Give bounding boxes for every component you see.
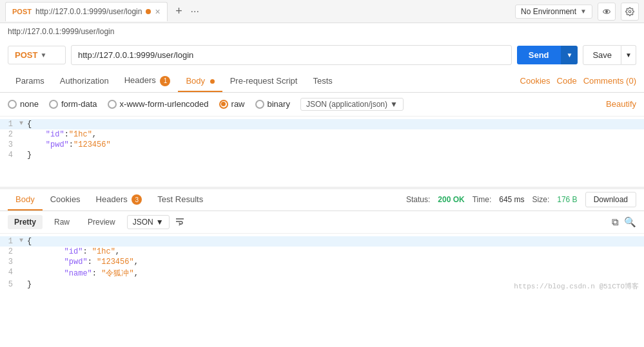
env-label: No Environment [521,7,576,16]
request-tabs: Params Authorization Headers 1 Body Pre-… [0,70,644,93]
tab-tests[interactable]: Tests [305,71,340,92]
response-line-2: 2 "id": "1hc", [0,247,644,257]
settings-button[interactable] [621,3,639,21]
active-tab[interactable]: POST http://127.0.0.1:9999/user/login × [5,2,168,21]
response-tab-headers[interactable]: Headers 3 [88,189,150,212]
tab-pre-request-script[interactable]: Pre-request Script [222,71,306,92]
response-size: 176 B [557,195,577,204]
format-type-select[interactable]: JSON ▼ [127,215,170,229]
tab-close-btn[interactable]: × [155,7,160,16]
option-form-data[interactable]: form-data [49,99,97,109]
radio-raw-fill [221,102,226,106]
format-pretty[interactable]: Pretty [8,215,43,229]
format-raw[interactable]: Raw [48,215,76,229]
more-tabs-button[interactable]: ··· [191,6,199,17]
json-type-arrow: ▼ [390,100,398,109]
radio-binary [255,100,264,109]
response-tabs: Body Cookies Headers 3 Test Results Stat… [0,189,644,212]
response-tab-test-results[interactable]: Test Results [150,189,211,211]
save-button[interactable]: Save [583,45,621,65]
tab-body[interactable]: Body [178,71,222,92]
response-line-3: 3 "pwd": "123456", [0,257,644,267]
radio-none [8,100,17,109]
url-input[interactable] [71,45,512,65]
response-line-4: 4 "name": "令狐冲", [0,267,644,279]
response-format-row: Pretty Raw Preview JSON ▼ ⧉ 🔍 [0,211,644,234]
format-arrow-icon: ▼ [156,218,164,227]
tab-method: POST [12,8,32,15]
response-area: Body Cookies Headers 3 Test Results Stat… [0,187,644,293]
response-time: 645 ms [499,195,524,204]
save-dropdown-button[interactable]: ▼ [621,45,636,65]
response-tab-body[interactable]: Body [8,189,43,211]
tab-modified-dot [146,9,151,14]
response-body: 1 ▼ { 2 "id": "1hc", 3 "pwd": "123456", … [0,234,644,292]
option-urlencoded[interactable]: x-www-form-urlencoded [108,99,209,109]
tab-bar: POST http://127.0.0.1:9999/user/login × … [0,0,644,23]
env-area: No Environment ▼ [515,3,639,21]
svg-point-2 [629,10,631,13]
response-status: 200 OK [438,195,464,204]
request-code-editor[interactable]: 1 ▼ { 2 "id":"1hc", 3 "pwd":"123456" 4 } [0,117,644,187]
option-binary[interactable]: binary [255,99,290,109]
comments-link[interactable]: Comments (0) [583,76,636,86]
response-status-area: Status: 200 OK Time: 645 ms Size: 176 B … [406,192,636,207]
response-headers-badge: 3 [132,194,142,205]
environment-select[interactable]: No Environment ▼ [515,5,592,19]
request-bar: POST ▼ Send ▼ Save ▼ [0,40,644,70]
format-type-label: JSON [133,218,153,227]
tab-params[interactable]: Params [8,71,52,92]
radio-form-data [49,100,58,109]
response-line-1: 1 ▼ { [0,236,644,247]
breadcrumb: http://127.0.0.1:9999/user/login [0,23,644,40]
option-raw[interactable]: raw [219,99,245,109]
response-icons: ⧉ 🔍 [612,216,636,228]
method-label: POST [15,50,37,60]
tab-url: http://127.0.0.1:9999/user/login [35,7,142,16]
env-arrow-icon: ▼ [580,8,587,15]
tab-headers[interactable]: Headers 1 [117,70,179,93]
response-tab-cookies[interactable]: Cookies [43,189,88,211]
download-button[interactable]: Download [585,192,636,207]
watermark: https://blog.csdn.n @51CTO博客 [514,281,639,291]
new-tab-button[interactable]: + [170,3,188,21]
cookies-link[interactable]: Cookies [520,76,551,86]
method-arrow-icon: ▼ [40,52,46,59]
svg-point-1 [606,10,608,12]
send-button[interactable]: Send [517,46,561,64]
send-dropdown-button[interactable]: ▼ [561,46,578,64]
search-icon[interactable]: 🔍 [624,216,636,228]
body-options: none form-data x-www-form-urlencoded raw… [0,93,644,117]
copy-icon[interactable]: ⧉ [612,216,619,228]
code-line-3: 3 "pwd":"123456" [0,140,644,150]
headers-badge: 1 [160,76,170,86]
code-line-4: 4 } [0,150,644,160]
option-none[interactable]: none [8,99,39,109]
method-select[interactable]: POST ▼ [8,46,66,64]
code-line-1: 1 ▼ { [0,119,644,129]
json-type-label: JSON (application/json) [306,100,387,109]
code-line-2: 2 "id":"1hc", [0,129,644,140]
tab-authorization[interactable]: Authorization [52,71,117,92]
env-eye-button[interactable] [598,3,616,21]
radio-raw [219,100,228,109]
radio-urlencoded [108,100,117,109]
beautify-button[interactable]: Beautify [606,99,636,109]
code-link[interactable]: Code [557,76,577,86]
sub-nav-right: Cookies Code Comments (0) [520,76,636,86]
wrap-icon[interactable] [175,216,185,229]
json-type-select[interactable]: JSON (application/json) ▼ [300,98,404,111]
format-preview[interactable]: Preview [81,215,122,229]
body-modified-dot [210,79,215,84]
